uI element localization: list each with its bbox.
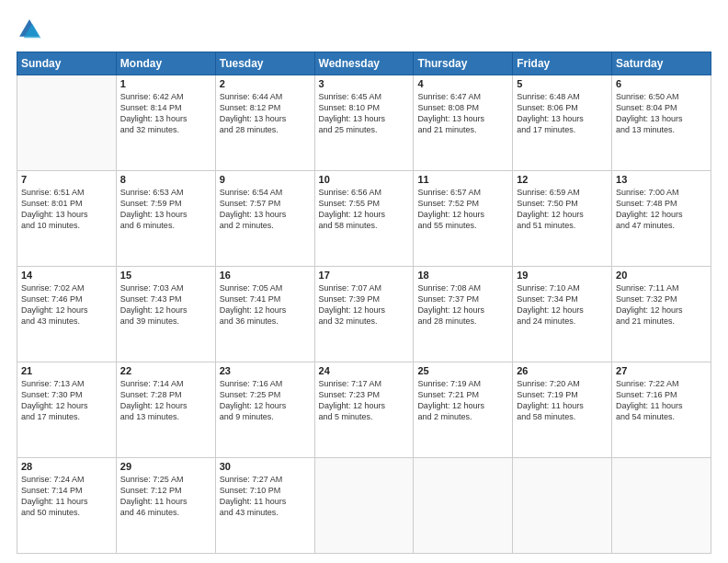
calendar-cell: 4Sunrise: 6:47 AM Sunset: 8:08 PM Daylig… bbox=[414, 75, 513, 171]
calendar-cell bbox=[414, 458, 513, 554]
weekday-friday: Friday bbox=[513, 52, 612, 75]
day-info: Sunrise: 6:57 AM Sunset: 7:52 PM Dayligh… bbox=[417, 187, 508, 232]
day-number: 8 bbox=[120, 174, 211, 185]
weekday-wednesday: Wednesday bbox=[314, 52, 414, 75]
calendar-cell: 20Sunrise: 7:11 AM Sunset: 7:32 PM Dayli… bbox=[612, 267, 711, 362]
day-number: 14 bbox=[21, 270, 112, 281]
calendar-cell: 8Sunrise: 6:53 AM Sunset: 7:59 PM Daylig… bbox=[116, 171, 215, 267]
calendar-cell: 24Sunrise: 7:17 AM Sunset: 7:23 PM Dayli… bbox=[314, 362, 414, 458]
day-number: 4 bbox=[417, 78, 508, 89]
week-row-3: 21Sunrise: 7:13 AM Sunset: 7:30 PM Dayli… bbox=[17, 362, 711, 458]
day-info: Sunrise: 6:54 AM Sunset: 7:57 PM Dayligh… bbox=[220, 187, 311, 232]
calendar-cell bbox=[17, 75, 117, 171]
day-number: 29 bbox=[120, 461, 211, 472]
calendar-cell: 9Sunrise: 6:54 AM Sunset: 7:57 PM Daylig… bbox=[215, 171, 314, 267]
calendar-cell bbox=[513, 458, 612, 554]
day-number: 26 bbox=[517, 365, 608, 376]
calendar-cell: 6Sunrise: 6:50 AM Sunset: 8:04 PM Daylig… bbox=[612, 75, 711, 171]
calendar-cell: 1Sunrise: 6:42 AM Sunset: 8:14 PM Daylig… bbox=[116, 75, 215, 171]
weekday-sunday: Sunday bbox=[17, 52, 117, 75]
day-info: Sunrise: 6:45 AM Sunset: 8:10 PM Dayligh… bbox=[319, 91, 410, 136]
day-info: Sunrise: 6:47 AM Sunset: 8:08 PM Dayligh… bbox=[417, 91, 508, 136]
header bbox=[17, 17, 711, 42]
day-info: Sunrise: 7:10 AM Sunset: 7:34 PM Dayligh… bbox=[517, 282, 608, 327]
calendar-cell: 19Sunrise: 7:10 AM Sunset: 7:34 PM Dayli… bbox=[513, 267, 612, 362]
day-info: Sunrise: 7:08 AM Sunset: 7:37 PM Dayligh… bbox=[417, 282, 508, 327]
weekday-saturday: Saturday bbox=[612, 52, 711, 75]
day-number: 13 bbox=[616, 174, 707, 185]
day-info: Sunrise: 7:24 AM Sunset: 7:14 PM Dayligh… bbox=[21, 474, 112, 519]
calendar-cell: 28Sunrise: 7:24 AM Sunset: 7:14 PM Dayli… bbox=[17, 458, 117, 554]
calendar-cell: 12Sunrise: 6:59 AM Sunset: 7:50 PM Dayli… bbox=[513, 171, 612, 267]
calendar-cell: 13Sunrise: 7:00 AM Sunset: 7:48 PM Dayli… bbox=[612, 171, 711, 267]
day-number: 17 bbox=[319, 270, 410, 281]
calendar-cell: 14Sunrise: 7:02 AM Sunset: 7:46 PM Dayli… bbox=[17, 267, 117, 362]
day-info: Sunrise: 7:07 AM Sunset: 7:39 PM Dayligh… bbox=[319, 282, 410, 327]
calendar-cell: 22Sunrise: 7:14 AM Sunset: 7:28 PM Dayli… bbox=[116, 362, 215, 458]
logo bbox=[17, 17, 46, 42]
day-number: 22 bbox=[120, 365, 211, 376]
calendar-cell: 27Sunrise: 7:22 AM Sunset: 7:16 PM Dayli… bbox=[612, 362, 711, 458]
weekday-monday: Monday bbox=[116, 52, 215, 75]
day-number: 7 bbox=[21, 174, 112, 185]
day-number: 5 bbox=[517, 78, 608, 89]
day-number: 21 bbox=[21, 365, 112, 376]
day-info: Sunrise: 6:50 AM Sunset: 8:04 PM Dayligh… bbox=[616, 91, 707, 136]
day-number: 25 bbox=[417, 365, 508, 376]
day-number: 1 bbox=[120, 78, 211, 89]
calendar-cell: 23Sunrise: 7:16 AM Sunset: 7:25 PM Dayli… bbox=[215, 362, 314, 458]
weekday-thursday: Thursday bbox=[414, 52, 513, 75]
day-info: Sunrise: 7:17 AM Sunset: 7:23 PM Dayligh… bbox=[319, 378, 410, 423]
day-info: Sunrise: 6:51 AM Sunset: 8:01 PM Dayligh… bbox=[21, 187, 112, 232]
calendar-cell: 10Sunrise: 6:56 AM Sunset: 7:55 PM Dayli… bbox=[314, 171, 414, 267]
day-info: Sunrise: 7:11 AM Sunset: 7:32 PM Dayligh… bbox=[616, 282, 707, 327]
day-info: Sunrise: 7:20 AM Sunset: 7:19 PM Dayligh… bbox=[517, 378, 608, 423]
calendar-cell: 29Sunrise: 7:25 AM Sunset: 7:12 PM Dayli… bbox=[116, 458, 215, 554]
weekday-header-row: SundayMondayTuesdayWednesdayThursdayFrid… bbox=[17, 52, 711, 75]
day-number: 12 bbox=[517, 174, 608, 185]
day-info: Sunrise: 7:27 AM Sunset: 7:10 PM Dayligh… bbox=[220, 474, 311, 519]
day-info: Sunrise: 7:25 AM Sunset: 7:12 PM Dayligh… bbox=[120, 474, 211, 519]
day-info: Sunrise: 7:05 AM Sunset: 7:41 PM Dayligh… bbox=[220, 282, 311, 327]
day-number: 19 bbox=[517, 270, 608, 281]
day-number: 24 bbox=[319, 365, 410, 376]
calendar-cell: 7Sunrise: 6:51 AM Sunset: 8:01 PM Daylig… bbox=[17, 171, 117, 267]
day-info: Sunrise: 6:56 AM Sunset: 7:55 PM Dayligh… bbox=[319, 187, 410, 232]
day-number: 18 bbox=[417, 270, 508, 281]
day-info: Sunrise: 7:19 AM Sunset: 7:21 PM Dayligh… bbox=[417, 378, 508, 423]
page: SundayMondayTuesdayWednesdayThursdayFrid… bbox=[0, 0, 728, 563]
calendar-cell bbox=[314, 458, 414, 554]
day-info: Sunrise: 6:59 AM Sunset: 7:50 PM Dayligh… bbox=[517, 187, 608, 232]
calendar-cell bbox=[612, 458, 711, 554]
week-row-2: 14Sunrise: 7:02 AM Sunset: 7:46 PM Dayli… bbox=[17, 267, 711, 362]
day-info: Sunrise: 7:00 AM Sunset: 7:48 PM Dayligh… bbox=[616, 187, 707, 232]
calendar-cell: 21Sunrise: 7:13 AM Sunset: 7:30 PM Dayli… bbox=[17, 362, 117, 458]
day-number: 6 bbox=[616, 78, 707, 89]
day-number: 28 bbox=[21, 461, 112, 472]
day-number: 27 bbox=[616, 365, 707, 376]
calendar-table: SundayMondayTuesdayWednesdayThursdayFrid… bbox=[17, 52, 711, 554]
weekday-tuesday: Tuesday bbox=[215, 52, 314, 75]
week-row-0: 1Sunrise: 6:42 AM Sunset: 8:14 PM Daylig… bbox=[17, 75, 711, 171]
day-info: Sunrise: 6:42 AM Sunset: 8:14 PM Dayligh… bbox=[120, 91, 211, 136]
day-info: Sunrise: 6:44 AM Sunset: 8:12 PM Dayligh… bbox=[220, 91, 311, 136]
day-info: Sunrise: 7:14 AM Sunset: 7:28 PM Dayligh… bbox=[120, 378, 211, 423]
calendar-cell: 17Sunrise: 7:07 AM Sunset: 7:39 PM Dayli… bbox=[314, 267, 414, 362]
day-number: 16 bbox=[220, 270, 311, 281]
logo-icon bbox=[17, 17, 42, 42]
calendar-cell: 3Sunrise: 6:45 AM Sunset: 8:10 PM Daylig… bbox=[314, 75, 414, 171]
day-info: Sunrise: 7:02 AM Sunset: 7:46 PM Dayligh… bbox=[21, 282, 112, 327]
day-number: 20 bbox=[616, 270, 707, 281]
calendar-cell: 11Sunrise: 6:57 AM Sunset: 7:52 PM Dayli… bbox=[414, 171, 513, 267]
calendar-cell: 5Sunrise: 6:48 AM Sunset: 8:06 PM Daylig… bbox=[513, 75, 612, 171]
calendar-cell: 25Sunrise: 7:19 AM Sunset: 7:21 PM Dayli… bbox=[414, 362, 513, 458]
day-info: Sunrise: 7:03 AM Sunset: 7:43 PM Dayligh… bbox=[120, 282, 211, 327]
day-info: Sunrise: 6:53 AM Sunset: 7:59 PM Dayligh… bbox=[120, 187, 211, 232]
day-info: Sunrise: 6:48 AM Sunset: 8:06 PM Dayligh… bbox=[517, 91, 608, 136]
calendar-cell: 26Sunrise: 7:20 AM Sunset: 7:19 PM Dayli… bbox=[513, 362, 612, 458]
day-number: 30 bbox=[220, 461, 311, 472]
week-row-1: 7Sunrise: 6:51 AM Sunset: 8:01 PM Daylig… bbox=[17, 171, 711, 267]
day-number: 11 bbox=[417, 174, 508, 185]
week-row-4: 28Sunrise: 7:24 AM Sunset: 7:14 PM Dayli… bbox=[17, 458, 711, 554]
day-info: Sunrise: 7:13 AM Sunset: 7:30 PM Dayligh… bbox=[21, 378, 112, 423]
